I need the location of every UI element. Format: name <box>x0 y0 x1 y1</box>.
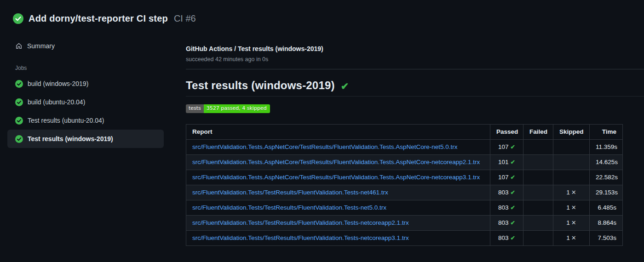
x-icon: ✕ <box>571 219 576 226</box>
check-circle-icon <box>15 98 23 106</box>
table-row: src/FluentValidation.Tests.AspNetCore/Te… <box>186 155 623 170</box>
report-cell: src/FluentValidation.Tests.AspNetCore/Te… <box>186 155 490 170</box>
check-icon: ✔ <box>341 80 349 91</box>
job-label: build (windows-2019) <box>28 80 88 87</box>
column-header-failed: Failed <box>523 125 553 140</box>
sidebar: Summary Jobs build (windows-2019)build (… <box>0 39 175 148</box>
passed-cell: 803✔ <box>490 200 523 216</box>
passed-cell: 803✔ <box>490 185 523 200</box>
report-cell: src/FluentValidation.Tests/TestResults/F… <box>186 216 490 231</box>
success-check-circle-icon <box>13 13 23 24</box>
report-link[interactable]: src/FluentValidation.Tests.AspNetCore/Te… <box>192 143 458 150</box>
x-icon: ✕ <box>571 204 576 211</box>
header-divider <box>186 69 644 69</box>
skipped-cell: 1✕ <box>553 231 590 246</box>
time-cell: 7.503s <box>590 231 623 246</box>
failed-cell <box>523 216 553 231</box>
failed-cell <box>523 140 553 155</box>
skipped-cell: 1✕ <box>553 200 590 216</box>
sidebar-item-job[interactable]: build (ubuntu-20.04) <box>7 93 164 111</box>
skipped-cell <box>553 140 590 155</box>
time-cell: 8.864s <box>590 216 623 231</box>
failed-cell <box>523 185 553 200</box>
section-heading: Test results (windows-2019) ✔ <box>186 79 644 97</box>
sidebar-item-summary[interactable]: Summary <box>7 39 164 53</box>
table-row: src/FluentValidation.Tests/TestResults/F… <box>186 185 623 200</box>
time-cell: 14.625s <box>590 155 623 170</box>
check-circle-icon <box>15 117 23 125</box>
report-link[interactable]: src/FluentValidation.Tests/TestResults/F… <box>192 189 388 196</box>
passed-cell: 107✔ <box>490 140 523 155</box>
time-cell: 29.153s <box>590 185 623 200</box>
failed-cell <box>523 170 553 185</box>
column-header-skipped: Skipped <box>553 125 590 140</box>
skipped-cell <box>553 155 590 170</box>
tests-badge-value: 3527 passed, 4 skipped <box>204 104 270 113</box>
table-header-row: ReportPassedFailedSkippedTime <box>186 125 623 140</box>
report-cell: src/FluentValidation.Tests/TestResults/F… <box>186 185 490 200</box>
x-icon: ✕ <box>571 234 576 241</box>
main-content: GitHub Actions / Test results (windows-2… <box>175 39 644 246</box>
tests-badge: tests 3527 passed, 4 skipped <box>186 104 270 113</box>
passed-cell: 803✔ <box>490 216 523 231</box>
check-icon: ✔ <box>511 235 515 241</box>
sidebar-item-job[interactable]: build (windows-2019) <box>7 74 164 93</box>
table-row: src/FluentValidation.Tests.AspNetCore/Te… <box>186 140 623 155</box>
column-header-time: Time <box>590 125 623 140</box>
check-icon: ✔ <box>511 220 515 226</box>
check-icon: ✔ <box>511 174 515 181</box>
job-list: build (windows-2019)build (ubuntu-20.04)… <box>7 74 175 148</box>
passed-cell: 803✔ <box>490 231 523 246</box>
report-cell: src/FluentValidation.Tests/TestResults/F… <box>186 231 490 246</box>
workflow-run-page: Add dorny/test-reporter CI step CI #6 Su… <box>0 0 644 262</box>
report-link[interactable]: src/FluentValidation.Tests/TestResults/F… <box>192 234 409 241</box>
report-cell: src/FluentValidation.Tests.AspNetCore/Te… <box>186 170 490 185</box>
report-link[interactable]: src/FluentValidation.Tests/TestResults/F… <box>192 204 386 211</box>
job-label: Test results (ubuntu-20.04) <box>28 117 104 124</box>
check-circle-icon <box>15 135 23 143</box>
check-icon: ✔ <box>511 189 515 196</box>
table-row: src/FluentValidation.Tests/TestResults/F… <box>186 216 623 231</box>
check-run-breadcrumb: GitHub Actions / Test results (windows-2… <box>186 44 644 53</box>
failed-cell <box>523 200 553 216</box>
report-cell: src/FluentValidation.Tests/TestResults/F… <box>186 200 490 216</box>
report-link[interactable]: src/FluentValidation.Tests/TestResults/F… <box>192 219 409 226</box>
time-cell: 22.582s <box>590 170 623 185</box>
run-status-text: succeeded 42 minutes ago in 0s <box>186 56 644 63</box>
skipped-cell: 1✕ <box>553 216 590 231</box>
jobs-section-label: Jobs <box>7 65 175 71</box>
report-cell: src/FluentValidation.Tests.AspNetCore/Te… <box>186 140 490 155</box>
tests-badge-label: tests <box>186 104 204 113</box>
table-row: src/FluentValidation.Tests/TestResults/F… <box>186 200 623 216</box>
table-row: src/FluentValidation.Tests/TestResults/F… <box>186 231 623 246</box>
job-label: build (ubuntu-20.04) <box>28 98 85 106</box>
run-title: Add dorny/test-reporter CI step <box>29 13 168 24</box>
summary-label: Summary <box>27 42 55 50</box>
sidebar-item-job[interactable]: Test results (ubuntu-20.04) <box>7 111 164 130</box>
job-label: Test results (windows-2019) <box>28 135 113 142</box>
run-header: Add dorny/test-reporter CI step CI #6 <box>0 0 644 24</box>
check-icon: ✔ <box>511 205 515 211</box>
page-layout: Summary Jobs build (windows-2019)build (… <box>0 39 644 246</box>
time-cell: 11.359s <box>590 140 623 155</box>
test-results-table: ReportPassedFailedSkippedTime src/Fluent… <box>186 124 623 246</box>
section-title: Test results (windows-2019) <box>186 79 335 92</box>
failed-cell <box>523 231 553 246</box>
skipped-cell <box>553 170 590 185</box>
check-icon: ✔ <box>511 144 515 150</box>
failed-cell <box>523 155 553 170</box>
passed-cell: 107✔ <box>490 170 523 185</box>
run-number: CI #6 <box>174 13 196 24</box>
passed-cell: 101✔ <box>490 155 523 170</box>
report-link[interactable]: src/FluentValidation.Tests.AspNetCore/Te… <box>192 174 480 181</box>
home-icon <box>15 42 23 50</box>
sidebar-item-job[interactable]: Test results (windows-2019) <box>7 130 164 148</box>
table-row: src/FluentValidation.Tests.AspNetCore/Te… <box>186 170 623 185</box>
column-header-report: Report <box>186 125 490 140</box>
x-icon: ✕ <box>571 189 576 196</box>
column-header-passed: Passed <box>490 125 523 140</box>
skipped-cell: 1✕ <box>553 185 590 200</box>
report-link[interactable]: src/FluentValidation.Tests.AspNetCore/Te… <box>192 159 480 165</box>
check-icon: ✔ <box>511 159 515 165</box>
time-cell: 6.485s <box>590 200 623 216</box>
